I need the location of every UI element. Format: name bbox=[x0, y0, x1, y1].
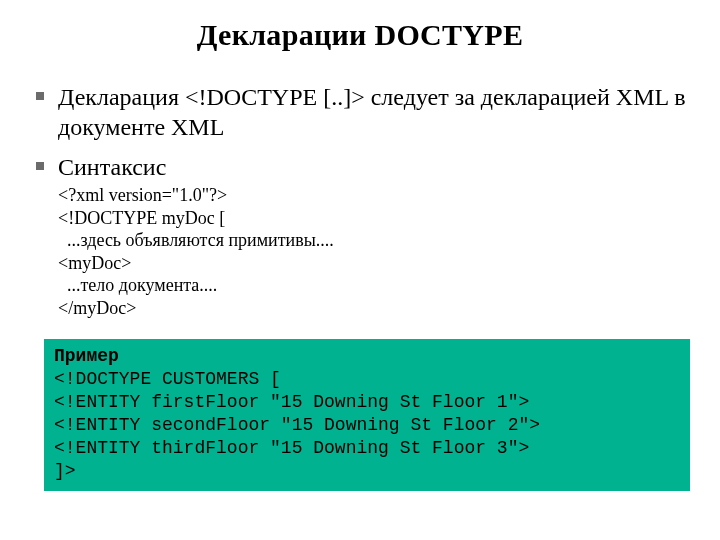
example-line: <!ENTITY firstFloor "15 Downing St Floor… bbox=[54, 391, 680, 414]
bullet-text-2: Синтаксис bbox=[58, 154, 166, 180]
syntax-line: ...здесь объявляются примитивы.... bbox=[58, 229, 690, 252]
slide-title: Декларации DOCTYPE bbox=[0, 0, 720, 52]
bullet-item-1: Декларация <!DOCTYPE [..]> следует за де… bbox=[30, 82, 690, 142]
example-line: ]> bbox=[54, 460, 680, 483]
syntax-line: <!DOCTYPE myDoc [ bbox=[58, 207, 690, 230]
syntax-line: <?xml version="1.0"?> bbox=[58, 184, 690, 207]
slide: Декларации DOCTYPE Декларация <!DOCTYPE … bbox=[0, 0, 720, 540]
syntax-block: <?xml version="1.0"?> <!DOCTYPE myDoc [ … bbox=[58, 184, 690, 319]
example-line: <!ENTITY thirdFloor "15 Downing St Floor… bbox=[54, 437, 680, 460]
bullet-text-1: Декларация <!DOCTYPE [..]> следует за де… bbox=[58, 84, 686, 140]
syntax-line: ...тело документа.... bbox=[58, 274, 690, 297]
example-box: Пример <!DOCTYPE CUSTOMERS [ <!ENTITY fi… bbox=[44, 339, 690, 491]
syntax-line: </myDoc> bbox=[58, 297, 690, 320]
example-line: <!ENTITY secondFloor "15 Downing St Floo… bbox=[54, 414, 680, 437]
syntax-line: <myDoc> bbox=[58, 252, 690, 275]
bullet-item-2: Синтаксис <?xml version="1.0"?> <!DOCTYP… bbox=[30, 152, 690, 319]
example-label: Пример bbox=[54, 345, 680, 368]
bullet-list: Декларация <!DOCTYPE [..]> следует за де… bbox=[30, 82, 690, 319]
slide-body: Декларация <!DOCTYPE [..]> следует за де… bbox=[0, 52, 720, 319]
example-line: <!DOCTYPE CUSTOMERS [ bbox=[54, 368, 680, 391]
